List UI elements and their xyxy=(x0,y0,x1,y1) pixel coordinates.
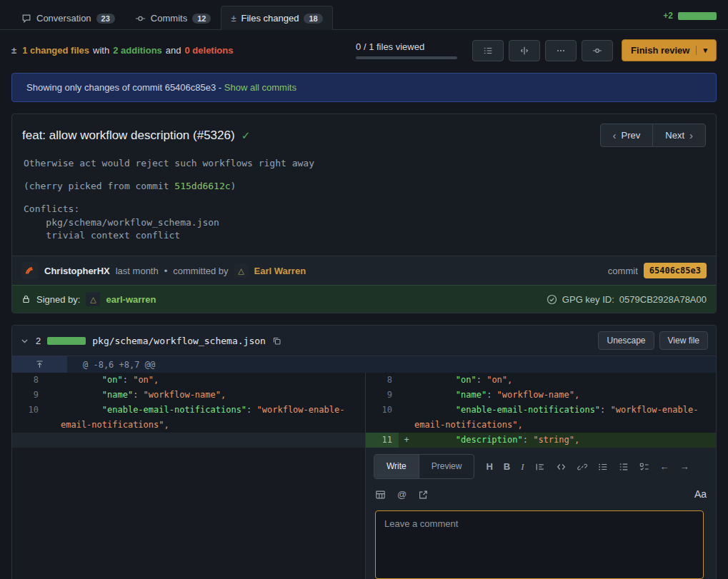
line-number[interactable]: 8 xyxy=(12,373,45,388)
tab-files-changed[interactable]: ± Files changed 18 xyxy=(221,6,332,30)
commit-filter-button[interactable] xyxy=(582,40,613,61)
diff-line-new-10[interactable]: 10 "enable-email-notifications": "workfl… xyxy=(366,403,716,433)
text-size-toggle[interactable]: Aa xyxy=(694,487,707,502)
commit-signed-row: Signed by: △ earl-warren GPG key ID: 057… xyxy=(12,285,716,313)
line-sign xyxy=(399,373,414,388)
table-icon[interactable] xyxy=(375,490,386,500)
diff-line-old-10[interactable]: 10 "enable-email-notifications": "workfl… xyxy=(12,403,365,433)
code-indent xyxy=(414,375,456,385)
code-indent xyxy=(61,375,102,385)
bold-icon[interactable]: B xyxy=(504,459,510,474)
link-icon[interactable] xyxy=(577,462,587,472)
bullet-list-icon[interactable] xyxy=(598,462,608,472)
code-icon[interactable] xyxy=(556,462,567,472)
line-number[interactable]: 9 xyxy=(12,388,45,403)
line-sign xyxy=(45,373,61,388)
outdent-icon[interactable]: ← xyxy=(660,459,669,474)
inline-comment-form: Write Preview H B I xyxy=(366,448,716,579)
file-list-button[interactable] xyxy=(472,40,504,61)
unfold-up-icon xyxy=(35,360,44,369)
author-name-link[interactable]: ChristopherHX xyxy=(44,266,110,276)
line-number[interactable]: 10 xyxy=(12,403,45,433)
code-key: "enable-email-notifications" xyxy=(456,405,600,415)
tab-count-badge: 23 xyxy=(96,14,115,24)
changed-files-link[interactable]: 1 changed files xyxy=(22,45,89,56)
next-label: Next xyxy=(665,130,684,141)
indent-icon[interactable]: → xyxy=(680,459,689,474)
code-key: "on" xyxy=(456,375,477,385)
committer-avatar[interactable]: △ xyxy=(234,263,249,278)
list-icon xyxy=(482,46,494,56)
tab-label: Conversation xyxy=(36,13,91,24)
tab-conversation[interactable]: Conversation 23 xyxy=(11,6,125,30)
files-viewed: 0 / 1 files viewed xyxy=(356,41,457,59)
line-number[interactable]: 11 xyxy=(366,433,399,448)
task-list-icon[interactable] xyxy=(639,462,649,472)
unescape-button[interactable]: Unescape xyxy=(598,331,654,350)
commit-icon xyxy=(592,46,603,56)
commit-label: commit xyxy=(608,266,638,276)
commit-header: feat: allow workflow description (#5326)… xyxy=(12,114,716,153)
summary-text: and xyxy=(166,45,181,56)
mention-icon[interactable]: @ xyxy=(397,487,407,502)
diff-old-empty-area xyxy=(12,448,365,579)
banner-text: Showing only changes of commit 65406c85e… xyxy=(26,82,221,93)
diff-old-column: 8 "on": "on", 9 "name": "workflow-name",… xyxy=(12,373,365,579)
line-number[interactable]: 10 xyxy=(366,403,399,433)
quote-icon[interactable] xyxy=(535,462,545,472)
next-commit-button[interactable]: Next › xyxy=(652,124,706,147)
author-avatar[interactable] xyxy=(21,262,39,279)
line-code: "on": "on", xyxy=(414,373,716,388)
code-sep: : xyxy=(246,405,256,415)
cross-reference-icon[interactable] xyxy=(418,490,429,500)
collapse-file-icon[interactable] xyxy=(20,336,29,346)
code-sep: : xyxy=(523,435,533,445)
files-viewed-label: 0 / 1 files viewed xyxy=(356,41,424,52)
italic-icon[interactable]: I xyxy=(521,459,524,474)
commit-box: feat: allow workflow description (#5326)… xyxy=(11,114,717,313)
comment-textarea[interactable] xyxy=(375,510,704,579)
code-sep: : xyxy=(123,375,133,385)
empty-line-placeholder xyxy=(12,433,365,448)
write-tab[interactable]: Write xyxy=(374,455,419,478)
code-value: "on", xyxy=(133,375,159,385)
tab-commits[interactable]: Commits 12 xyxy=(125,6,221,30)
show-all-commits-link[interactable]: Show all commits xyxy=(224,82,296,93)
code-value: "on", xyxy=(487,375,512,385)
signer-avatar[interactable]: △ xyxy=(86,292,100,306)
verified-icon xyxy=(547,294,557,305)
line-number[interactable]: 9 xyxy=(366,388,399,403)
diff-line-new-8[interactable]: 8 "on": "on", xyxy=(366,373,716,388)
file-header-buttons: Unescape View file xyxy=(598,331,708,350)
diff-line-old-9[interactable]: 9 "name": "workflow-name", xyxy=(12,388,365,403)
file-name[interactable]: pkg/schema/workflow_schema.json xyxy=(92,336,266,346)
code-key: "enable-email-notifications" xyxy=(102,405,246,415)
cherry-pick-commit-link[interactable]: 515dd6612c xyxy=(174,181,230,191)
ci-success-icon[interactable]: ✓ xyxy=(241,129,251,142)
preview-tab[interactable]: Preview xyxy=(419,455,474,478)
diffstat: +2 xyxy=(663,11,717,29)
prev-commit-button[interactable]: ‹ Prev xyxy=(600,124,654,147)
line-number[interactable]: 8 xyxy=(366,373,399,388)
gpg-key-label: GPG key ID: xyxy=(562,294,614,305)
added-sign: + xyxy=(399,433,414,448)
commit-sha-badge[interactable]: 65406c85e3 xyxy=(644,263,707,278)
diff-line-old-8[interactable]: 8 "on": "on", xyxy=(12,373,365,388)
view-file-button[interactable]: View file xyxy=(659,331,708,350)
line-code: "name": "workflow-name", xyxy=(414,388,716,403)
line-sign xyxy=(399,403,414,433)
copy-path-icon[interactable] xyxy=(272,336,281,346)
numbered-list-icon[interactable] xyxy=(619,462,629,472)
expand-hunk-button[interactable] xyxy=(12,356,67,373)
heading-icon[interactable]: H xyxy=(486,459,492,474)
committer-name-link[interactable]: Earl Warren xyxy=(254,266,306,276)
diff-line-new-11-added[interactable]: 11 + "description": "string", xyxy=(366,433,716,448)
code-key: "name" xyxy=(456,390,487,400)
split-view-button[interactable] xyxy=(509,40,540,61)
split-view-icon xyxy=(519,46,530,56)
finish-review-button[interactable]: Finish review ▾ xyxy=(622,39,717,61)
line-code: "description": "string", xyxy=(414,433,716,448)
signer-name-link[interactable]: earl-warren xyxy=(106,294,156,305)
more-options-button[interactable] xyxy=(545,40,577,61)
diff-line-new-9[interactable]: 9 "name": "workflow-name", xyxy=(366,388,716,403)
